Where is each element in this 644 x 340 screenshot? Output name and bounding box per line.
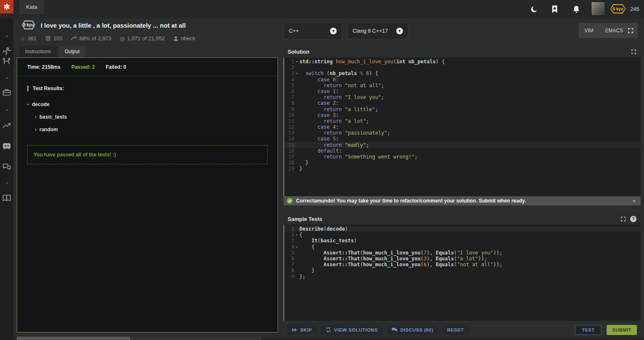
code-line[interactable]: 1▾std::string how_much_i_love_you(int nb… [284,59,641,65]
view-solutions-button[interactable]: VIEW SOLUTIONS [321,325,383,335]
avatar[interactable] [592,2,605,15]
fold-spacer [294,100,299,106]
compiler-dropdown[interactable]: Clang 8 C++17 ▾ [347,23,408,39]
leaderboard-icon[interactable] [0,122,13,129]
test-group-decode[interactable]: › decode [27,101,278,107]
freestyle-sparring-icon[interactable] [0,47,13,57]
skip-button[interactable]: SKIP [287,325,317,335]
solution-header: Solution [283,46,641,57]
test-group-basic-tests[interactable]: › basic_tests [35,114,278,120]
code-line[interactable]: 12 case 4: [284,124,641,130]
left-sidebar [0,0,13,340]
language-dropdown[interactable]: C++ ▾ [283,23,342,39]
code-line[interactable]: 9 return "a little"; [284,106,641,112]
fold-spacer [294,154,299,160]
code-line[interactable]: 17 return "Something went wrong!"; [284,154,641,160]
expand-icon[interactable] [631,49,636,55]
tab-instructions[interactable]: Instructions [19,46,57,57]
code-line[interactable]: 3▾ switch (nb_petals % 6) { [284,70,641,76]
author-stat[interactable]: nbeck [173,35,195,42]
code-line[interactable]: 9}; [284,274,641,280]
fold-marker-icon[interactable]: ▾ [294,70,299,76]
code-line[interactable]: 7 Assert::That(how_much_i_love_you(6), E… [284,262,641,267]
fold-spacer [294,94,299,100]
code-line[interactable]: 18 } [284,160,641,166]
code-line[interactable]: 16 default: [284,148,641,154]
fold-spacer [294,142,299,148]
close-icon[interactable]: × [631,198,637,204]
chevron-collapsed-icon: › [35,114,36,120]
code-line[interactable]: 10 case 3: [284,112,641,118]
fold-spacer [294,250,299,256]
code-line[interactable]: 6 Assert::That(how_much_i_love_you(3), E… [284,256,641,262]
kata-nav-tab[interactable]: Kata [19,0,44,14]
code-line[interactable]: 15 return "madly"; [284,142,641,148]
code-line[interactable]: 6 case 1: [284,88,641,94]
kumite-icon[interactable] [0,57,13,67]
chevron-down-icon: ▾ [396,28,403,34]
test-summary: Time: 2158ms Passed: 2 Failed: 0 [17,58,278,76]
all-tests-passed-message: You have passed all of the tests! :) [27,145,267,164]
codewars-swirl-icon [2,2,11,11]
chevron-collapsed-icon: › [35,127,36,132]
satisfaction-value: 88% of 2,973 [79,35,112,42]
code-line[interactable]: 8 case 2: [284,100,641,106]
tab-output[interactable]: Output [59,46,86,57]
discord-icon[interactable] [0,142,13,150]
kata-rank-badge[interactable]: 8 kyu [20,21,37,29]
scrollbar-thumb[interactable] [17,337,130,340]
user-rank-badge[interactable]: 6 kyu [608,4,628,13]
fold-marker-icon[interactable]: ▾ [294,244,299,250]
layers-icon [45,35,51,42]
sidebar-divider-dot [0,77,13,79]
code-line[interactable]: 4 case 0: [284,77,641,83]
codewars-logo[interactable] [0,0,13,13]
expand-icon [628,28,634,34]
output-panel: Time: 2158ms Passed: 2 Failed: 0 Test Re… [17,57,278,332]
fold-spacer [294,226,299,232]
code-line[interactable]: 11 return "a lot"; [284,118,641,124]
sidebar-divider-dot [0,35,13,37]
fold-spacer [294,274,299,280]
code-line[interactable]: 2 [284,65,641,70]
stars-count: 361 [28,35,37,42]
notifications-bell-icon[interactable] [572,5,580,13]
code-line[interactable]: 19} [284,166,641,171]
sample-tests-editor[interactable]: 1Describe(decode)2▾{3 It(basic_tests)4▾ … [283,225,641,321]
satisfaction-stat: 88% of 2,973 [71,35,112,42]
test-group-label: basic_tests [39,114,67,120]
code-line[interactable]: 8 } [284,267,641,273]
fold-spacer [294,166,299,171]
fold-marker-icon[interactable]: ▾ [294,59,299,65]
forum-icon[interactable] [0,163,13,171]
solution-code-editor[interactable]: 1▾std::string how_much_i_love_you(int nb… [283,57,641,196]
code-line[interactable]: 2▾{ [284,232,641,238]
test-button[interactable]: TEST [575,325,602,335]
dark-mode-moon-icon[interactable] [530,5,538,13]
author-name[interactable]: nbeck [181,35,195,42]
docs-icon[interactable] [0,194,13,202]
bookmark-icon[interactable] [551,5,559,13]
code-line[interactable]: 5 Assert::That(how_much_i_love_you(7), E… [284,250,641,256]
code-line[interactable]: 1Describe(decode) [284,226,641,232]
code-line[interactable]: 4▾ { [284,244,641,250]
fold-marker-icon[interactable]: ▾ [294,232,299,238]
code-line[interactable]: 5 return "not at all"; [284,83,641,88]
fullscreen-button[interactable] [623,23,638,38]
honor-points[interactable]: 245 [630,6,639,12]
code-line[interactable]: 13 return "passionately"; [284,130,641,136]
submit-label: SUBMIT [612,327,631,332]
discuss-button[interactable]: DISCUSS (60) [387,325,439,335]
code-line[interactable]: 3 It(basic_tests) [284,238,641,244]
code-line[interactable]: 14 case 5: [284,136,641,142]
code-line[interactable]: 7 return "I love you"; [284,94,641,100]
careers-icon[interactable] [0,88,13,96]
help-icon[interactable]: ? [630,216,636,222]
fold-spacer [294,124,299,130]
test-group-random[interactable]: › random [35,127,278,132]
reset-button[interactable]: RESET [442,325,469,335]
fold-spacer [294,83,299,88]
submit-button[interactable]: SUBMIT [607,325,637,335]
vim-button[interactable]: VIM [579,28,599,34]
expand-icon[interactable] [621,216,626,222]
